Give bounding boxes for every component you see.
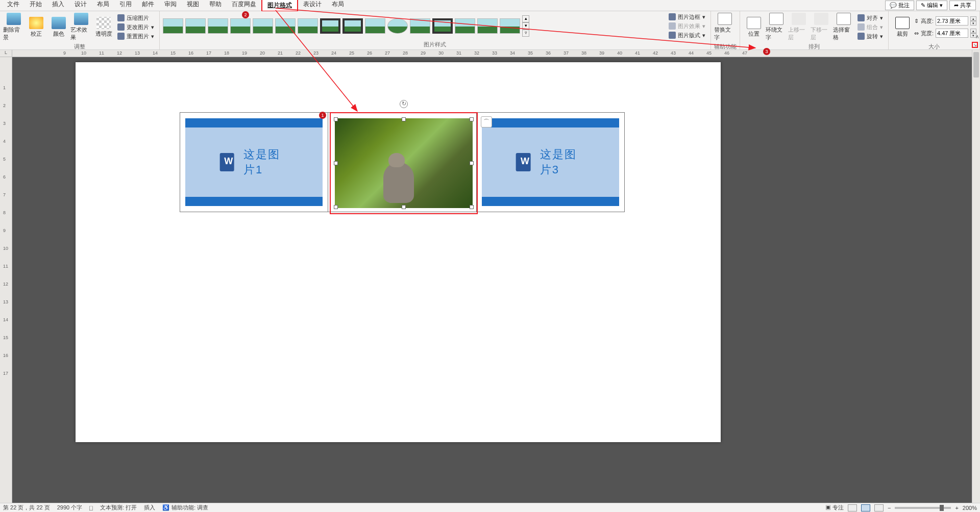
status-page[interactable]: 第 22 页，共 22 页 — [3, 504, 50, 511]
color-button[interactable]: 颜色 — [48, 12, 69, 42]
style-thumb-4[interactable] — [230, 18, 251, 34]
height-input[interactable] — [936, 16, 968, 25]
align-button[interactable]: 对齐▾ — [855, 14, 885, 22]
tab-help[interactable]: 帮助 — [204, 0, 227, 12]
collapse-ribbon-button[interactable]: ∧ — [975, 34, 979, 39]
style-thumb-5[interactable] — [253, 18, 273, 34]
share-button[interactable]: ➦共享 — [949, 1, 976, 10]
status-accessibility[interactable]: ♿辅助功能: 调查 — [162, 504, 208, 511]
tab-file[interactable]: 文件 — [2, 0, 24, 12]
resize-handle-bm[interactable] — [402, 205, 406, 209]
style-thumb-7[interactable] — [298, 18, 318, 34]
style-thumb-12[interactable] — [410, 18, 430, 34]
tab-home[interactable]: 开始 — [24, 0, 47, 12]
tab-review[interactable]: 审阅 — [159, 0, 182, 12]
zoom-level[interactable]: 200% — [963, 505, 977, 511]
status-text-predict[interactable]: 文本预测: 打开 — [100, 504, 137, 511]
corrections-button[interactable]: 校正 — [26, 12, 47, 42]
wrap-text-button[interactable]: 环绕文字 — [766, 12, 787, 42]
status-proofing[interactable]: ⎕ — [89, 505, 93, 511]
resize-handle-tl[interactable] — [334, 117, 338, 121]
style-thumb-15[interactable] — [477, 18, 498, 34]
status-word-count[interactable]: 2990 个字 — [57, 504, 83, 511]
width-up[interactable]: ▴ — [970, 29, 976, 33]
resize-handle-tr[interactable] — [470, 117, 474, 121]
read-mode-button[interactable] — [848, 504, 857, 511]
zoom-slider[interactable] — [895, 507, 951, 509]
scrollbar-thumb[interactable] — [973, 52, 979, 78]
resize-handle-mr[interactable] — [470, 161, 474, 165]
edit-button[interactable]: ✎编辑▾ — [916, 1, 947, 10]
position-button[interactable]: 位置 — [743, 12, 765, 42]
style-thumb-3[interactable] — [208, 18, 228, 34]
tab-baidu[interactable]: 百度网盘 — [227, 0, 261, 12]
tab-table-design[interactable]: 表设计 — [298, 0, 327, 12]
tab-view[interactable]: 视图 — [182, 0, 204, 12]
width-input[interactable] — [936, 29, 968, 38]
artistic-effects-button[interactable]: 艺术效果 — [70, 12, 92, 42]
resize-handle-tm[interactable] — [402, 117, 406, 121]
style-thumb-11[interactable] — [387, 18, 408, 34]
reset-picture-button[interactable]: 重置图片▾ — [115, 32, 156, 41]
tab-design[interactable]: 设计 — [69, 0, 92, 12]
style-thumb-13[interactable] — [432, 18, 453, 34]
status-insert-mode[interactable]: 插入 — [144, 504, 155, 511]
style-thumb-2[interactable] — [185, 18, 206, 34]
height-down[interactable]: ▾ — [970, 21, 976, 25]
style-thumb-14[interactable] — [455, 18, 475, 34]
alt-text-button[interactable]: 替换文字 — [714, 12, 736, 42]
transparency-button[interactable]: 透明度 — [93, 12, 114, 42]
style-thumb-6[interactable] — [275, 18, 296, 34]
cat-photo[interactable] — [335, 118, 473, 208]
picture-effects-button[interactable]: 图片效果▾ — [667, 22, 707, 31]
gallery-down-button[interactable]: ▾ — [522, 22, 529, 30]
rotate-button[interactable]: 旋转▾ — [855, 32, 885, 41]
selection-pane-icon — [837, 13, 851, 25]
style-thumb-9[interactable] — [342, 18, 363, 34]
crop-button[interactable]: 裁剪 — [892, 12, 913, 42]
style-thumb-10[interactable] — [365, 18, 385, 34]
print-layout-button[interactable] — [861, 504, 870, 511]
zoom-in-button[interactable]: + — [955, 505, 958, 511]
horizontal-ruler[interactable]: 9101112131415161718192021222324252627282… — [12, 50, 972, 57]
send-backward-button[interactable]: 下移一层 — [811, 12, 832, 42]
document-canvas[interactable]: 这是图片1 这是图片3 — [12, 57, 972, 503]
compress-pictures-button[interactable]: 压缩图片 — [115, 14, 156, 22]
height-up[interactable]: ▴ — [970, 16, 976, 21]
tab-layout[interactable]: 布局 — [92, 0, 114, 12]
tab-layout2[interactable]: 布局 — [327, 0, 349, 12]
tab-references[interactable]: 引用 — [114, 0, 137, 12]
resize-handle-bl[interactable] — [334, 205, 338, 209]
selection-pane-button[interactable]: 选择窗格 — [833, 12, 854, 42]
focus-mode-button[interactable]: ▣ 专注 — [825, 504, 844, 511]
style-thumb-16[interactable] — [500, 18, 520, 34]
layout-options-button[interactable]: ⌒ — [481, 116, 492, 127]
tab-picture-format[interactable]: 图片格式 — [261, 0, 298, 12]
resize-handle-ml[interactable] — [334, 161, 338, 165]
tab-mailings[interactable]: 邮件 — [137, 0, 159, 12]
ruler-corner[interactable]: L — [0, 50, 12, 57]
bring-forward-button[interactable]: 上移一层 — [788, 12, 810, 42]
style-thumb-1[interactable] — [163, 18, 183, 34]
table-cell-1[interactable]: 这是图片1 — [180, 113, 328, 212]
size-dialog-launcher[interactable]: ↘ — [972, 42, 978, 48]
rotation-handle[interactable] — [400, 100, 408, 108]
remove-background-button[interactable]: 删除背景 — [3, 12, 24, 42]
style-thumb-8[interactable] — [320, 18, 340, 34]
table-cell-3[interactable]: 这是图片3 — [476, 113, 624, 212]
gallery-up-button[interactable]: ▴ — [522, 15, 529, 22]
zoom-out-button[interactable]: − — [888, 505, 891, 511]
tab-insert[interactable]: 插入 — [47, 0, 69, 12]
gallery-more-button[interactable]: ▿ — [522, 30, 529, 37]
resize-handle-br[interactable] — [470, 205, 474, 209]
group-button[interactable]: 组合▾ — [855, 23, 885, 32]
web-layout-button[interactable] — [874, 504, 884, 511]
comments-button[interactable]: 💬批注 — [885, 1, 914, 10]
change-picture-button[interactable]: 更改图片▾ — [115, 23, 156, 32]
vertical-scrollbar[interactable] — [972, 50, 980, 503]
vertical-ruler[interactable]: 1234567891011121314151617 — [0, 57, 12, 503]
picture-layout-button[interactable]: 图片版式▾ — [667, 31, 707, 40]
zoom-slider-knob[interactable] — [940, 505, 944, 511]
selected-image[interactable]: ⌒ — [330, 112, 478, 214]
picture-border-button[interactable]: 图片边框▾ — [667, 13, 707, 21]
